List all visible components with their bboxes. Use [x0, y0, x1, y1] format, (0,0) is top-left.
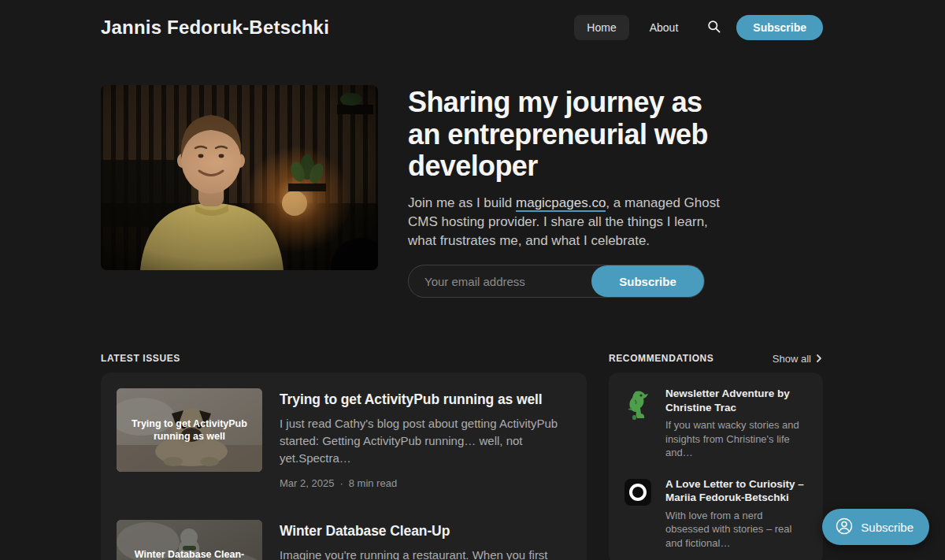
- post-thumbnail: Trying to get ActivityPub running as wel…: [117, 388, 262, 472]
- chevron-right-icon: [815, 353, 823, 365]
- recommendations-section: RECOMMENDATIONS Show all: [609, 351, 823, 560]
- search-button[interactable]: [699, 14, 728, 41]
- header-subscribe-button[interactable]: Subscribe: [736, 15, 823, 40]
- hero-subscribe-button[interactable]: Subscribe: [591, 265, 704, 297]
- recommendation-title[interactable]: Newsletter Adventure by Christine Trac: [665, 387, 807, 414]
- recommendation-item[interactable]: Newsletter Adventure by Christine Trac I…: [624, 387, 807, 460]
- post-thumbnail-overlay-title: Winter Database Clean-Up: [117, 520, 262, 560]
- hero-photo: [101, 85, 378, 270]
- trex-dino-icon: [624, 410, 653, 424]
- search-icon: [706, 19, 721, 37]
- post-excerpt: Imagine you're running a restaurant. Whe…: [280, 547, 571, 560]
- nav-item-about[interactable]: About: [637, 15, 691, 40]
- portal-subscribe-button[interactable]: Subscribe: [822, 509, 929, 545]
- site-header: Jannis Fedoruk-Betschki Home About Subsc…: [101, 0, 823, 55]
- latest-issues-section: LATEST ISSUES: [101, 351, 587, 560]
- post-thumbnail: Winter Database Clean-Up: [117, 520, 262, 560]
- post-read-time: 8 min read: [349, 477, 397, 489]
- post-row-activitypub[interactable]: Trying to get ActivityPub running as wel…: [117, 388, 571, 489]
- hero-intro-prefix: Join me as I build: [408, 195, 516, 210]
- post-title[interactable]: Winter Database Clean-Up: [280, 523, 571, 540]
- recommendation-title[interactable]: A Love Letter to Curiosity – Mariia Fedo…: [665, 477, 807, 505]
- post-meta-separator: ·: [339, 477, 343, 489]
- hero-text-column: Sharing my journey as an entrepreneurial…: [408, 85, 739, 298]
- post-meta: Mar 2, 2025 · 8 min read: [280, 477, 571, 489]
- main-nav: Home About Subscribe: [574, 14, 823, 41]
- magicpages-link[interactable]: magicpages.co: [516, 195, 606, 212]
- portal-subscribe-label: Subscribe: [861, 521, 914, 534]
- hero-intro: Join me as I build magicpages.co, a mana…: [408, 194, 723, 250]
- nav-item-home[interactable]: Home: [574, 15, 628, 40]
- post-thumbnail-overlay-title: Trying to get ActivityPub running as wel…: [117, 388, 262, 472]
- recommendations-card: Newsletter Adventure by Christine Trac I…: [609, 373, 823, 560]
- circle-ring-avatar-icon: [624, 479, 651, 506]
- user-circle-icon: [835, 517, 854, 538]
- post-date: Mar 2, 2025: [280, 477, 334, 489]
- site-title[interactable]: Jannis Fedoruk-Betschki: [101, 17, 329, 39]
- email-signup-form: Subscribe: [408, 265, 705, 298]
- recommendations-heading: RECOMMENDATIONS: [609, 353, 713, 364]
- latest-issues-card: Trying to get ActivityPub running as wel…: [101, 373, 587, 560]
- latest-issues-heading: LATEST ISSUES: [101, 353, 180, 364]
- post-excerpt: I just read Cathy's blog post about gett…: [280, 415, 571, 468]
- post-row-winter-cleanup[interactable]: Winter Database Clean-Up Winter Database…: [117, 520, 571, 560]
- post-title[interactable]: Trying to get ActivityPub running as wel…: [280, 391, 571, 408]
- show-all-label: Show all: [773, 353, 811, 365]
- recommendation-description: If you want wacky stories and insights f…: [665, 418, 807, 460]
- show-all-link[interactable]: Show all: [773, 353, 823, 365]
- main-content: LATEST ISSUES: [101, 351, 823, 560]
- hero-heading: Sharing my journey as an entrepreneurial…: [408, 87, 732, 183]
- recommendation-item[interactable]: A Love Letter to Curiosity – Mariia Fedo…: [624, 477, 807, 551]
- hero-photo-illustration: [101, 85, 378, 270]
- hero-section: Sharing my journey as an entrepreneurial…: [101, 85, 823, 298]
- recommendation-description: With love from a nerd obsessed with stor…: [665, 509, 807, 551]
